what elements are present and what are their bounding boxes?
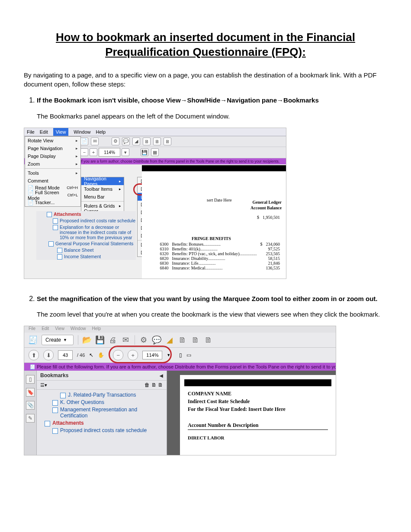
bookmark-item[interactable]: Balance Sheet: [57, 247, 136, 253]
bookmark-item-2[interactable]: Management Representation and Certificat…: [52, 406, 165, 420]
bookmarks-icon[interactable]: 🔖: [26, 388, 35, 397]
mail-icon[interactable]: ✉: [91, 138, 99, 145]
doc-icon-a[interactable]: 🗎: [178, 336, 187, 344]
select-tool-icon[interactable]: ↖: [89, 352, 93, 358]
signatures-icon[interactable]: ✎: [26, 414, 35, 423]
zoom-field[interactable]: 114%: [99, 148, 120, 157]
bubble-icon[interactable]: 💬: [122, 138, 130, 145]
gear-icon-2[interactable]: ⚙: [139, 336, 148, 344]
shortcut-item[interactable]: 📄 Full Screen ModeCtrl+L: [25, 192, 80, 199]
menu-help[interactable]: Help: [96, 128, 106, 136]
pdf-page: COMPANY NAME Indirect Cost Rate Schedule…: [180, 375, 336, 455]
collapse-icon[interactable]: ◀: [160, 373, 163, 378]
mail-icon-2[interactable]: ✉: [122, 336, 130, 344]
bookmark-attachments[interactable]: Attachments: [47, 211, 136, 218]
pdf-icon: 🧾: [29, 336, 37, 344]
menu-edit-2[interactable]: Edit: [42, 326, 49, 333]
menu-file-2[interactable]: File: [29, 326, 35, 333]
grid-icon[interactable]: ▦: [151, 148, 159, 156]
bm-new-icon[interactable]: 🗎: [151, 382, 157, 388]
menu-window-2[interactable]: Window: [71, 326, 86, 333]
zoom-out-icon[interactable]: −: [80, 148, 88, 156]
nav-strip: ▯ 🔖 📎 ✎: [24, 371, 37, 455]
row-amt: 21,846: [264, 261, 282, 266]
doc-icon-b[interactable]: 🗎: [191, 336, 200, 344]
save-icon-2[interactable]: 💾: [96, 336, 104, 344]
zoom-out-btn[interactable]: −: [113, 350, 123, 360]
page-title: How to bookmark an inserted document in …: [24, 30, 387, 60]
step-2-desc: The zoom level that you're at when you c…: [37, 310, 387, 319]
showhide-item[interactable]: Menu Bar: [81, 193, 124, 201]
view-menu-item[interactable]: Page Navigation▸: [25, 144, 80, 152]
row-dollar: [259, 261, 264, 266]
row-code: 6820: [158, 256, 170, 261]
menu-edit[interactable]: Edit: [40, 128, 48, 136]
view-menu-item[interactable]: Page Display▸: [25, 152, 80, 160]
page-icon[interactable]: 📄: [80, 138, 88, 145]
row-desc: Insurance: Disability................: [170, 256, 259, 261]
row-code: 6830: [158, 261, 170, 266]
bookmark-item-2[interactable]: Proposed indirect costs rate schedule: [52, 427, 165, 434]
menu-view[interactable]: View: [53, 128, 69, 136]
row-code: 6310: [158, 247, 170, 251]
shortcut-item[interactable]: 📄 Tracker...: [25, 199, 80, 206]
step-2: Set the magnification of the view that y…: [37, 294, 387, 320]
attachments-icon[interactable]: 📎: [26, 401, 35, 410]
screenshot-2: File Edit View Window Help 🧾 Create ▼ 📂 …: [24, 326, 336, 455]
view-menu-item[interactable]: Comment: [25, 177, 80, 185]
form-banner-2: 🧾 Please fill out the following form. If…: [24, 363, 336, 371]
menu-help-2[interactable]: Help: [92, 326, 101, 333]
direct-labor: DIRECT LABOR: [188, 435, 328, 440]
bookmark-item[interactable]: General Purpose Financial Statements: [48, 240, 136, 247]
page-up-icon[interactable]: ⬆: [29, 350, 39, 360]
row-desc: Benefits: 401(k)................: [170, 247, 259, 251]
bookmarks-panel-2: Bookmarks ◀ ☰▾ 🗑 🗎 🗎 J. Related-Party Tr…: [37, 371, 167, 455]
bookmark-item[interactable]: Explanation for a decrease or increase i…: [53, 224, 136, 240]
open-icon[interactable]: 📂: [83, 336, 91, 344]
highlight-icon-2[interactable]: ◢: [165, 336, 174, 344]
zoom-in-icon[interactable]: +: [90, 148, 97, 156]
bm-new2-icon[interactable]: 🗎: [158, 382, 163, 388]
zoom-dd-icon[interactable]: ▼: [167, 353, 170, 357]
zoom-field-2[interactable]: 114%: [142, 351, 162, 359]
bm-trash-icon[interactable]: 🗑: [144, 382, 150, 388]
menu-file[interactable]: File: [27, 128, 35, 136]
bm-options-icon[interactable]: ☰▾: [40, 382, 47, 388]
bookmark-item[interactable]: Income Statement: [57, 253, 136, 260]
save-icon[interactable]: 💾: [141, 148, 148, 156]
bookmark-item-2[interactable]: K. Other Questions: [52, 399, 165, 406]
fit-page-icon[interactable]: ▯: [179, 352, 182, 358]
gear-icon[interactable]: ⚙: [112, 138, 119, 145]
row-dollar: [259, 266, 264, 270]
create-button[interactable]: Create ▼: [42, 335, 74, 345]
showhide-item[interactable]: Navigation Panes▸: [81, 177, 124, 185]
fringe-header: FRINGE BENEFITS: [192, 236, 231, 241]
page-number-input[interactable]: [58, 350, 73, 360]
view-menu-item[interactable]: Zoom▸: [25, 160, 80, 168]
doc-icon-3[interactable]: 🗎: [164, 138, 171, 145]
bookmark-item-2[interactable]: J. Related-Party Transactions: [60, 391, 165, 399]
bookmark-item-2[interactable]: Attachments: [45, 420, 165, 427]
zoom-in-btn[interactable]: +: [128, 350, 138, 360]
menu-window[interactable]: Window: [74, 128, 90, 136]
page-down-icon[interactable]: ⬇: [43, 350, 54, 360]
hand-tool-icon[interactable]: ✋: [98, 352, 104, 358]
top-menu-2: File Edit View Window Help: [24, 326, 336, 333]
step-2-title: Set the magnification of the view that y…: [37, 294, 387, 304]
insert-date-text: sert Date Here: [207, 198, 232, 202]
app-menubar: File Edit View Window Help: [24, 128, 286, 136]
menu-view-2[interactable]: View: [55, 326, 64, 333]
doc-icon-1[interactable]: 🗎: [143, 138, 151, 145]
view-menu-item[interactable]: Rotate View▸: [25, 137, 80, 144]
print-icon[interactable]: 🖨: [109, 336, 117, 344]
highlight-icon[interactable]: ◢: [132, 138, 140, 145]
fit-width-icon[interactable]: ▭: [186, 352, 191, 358]
doc-icon-c[interactable]: 🗎: [204, 336, 213, 344]
row-code: 6300: [158, 242, 170, 247]
view-menu-item[interactable]: Tools▸: [25, 169, 80, 177]
bubble-icon-2[interactable]: 💬: [152, 336, 161, 344]
doc-icon-2[interactable]: 🗎: [153, 138, 161, 145]
zoom-dropdown-icon[interactable]: ▾: [122, 148, 129, 156]
bookmark-item[interactable]: Proposed indirect costs rate schedule: [53, 218, 136, 224]
thumbnails-icon[interactable]: ▯: [26, 375, 35, 384]
